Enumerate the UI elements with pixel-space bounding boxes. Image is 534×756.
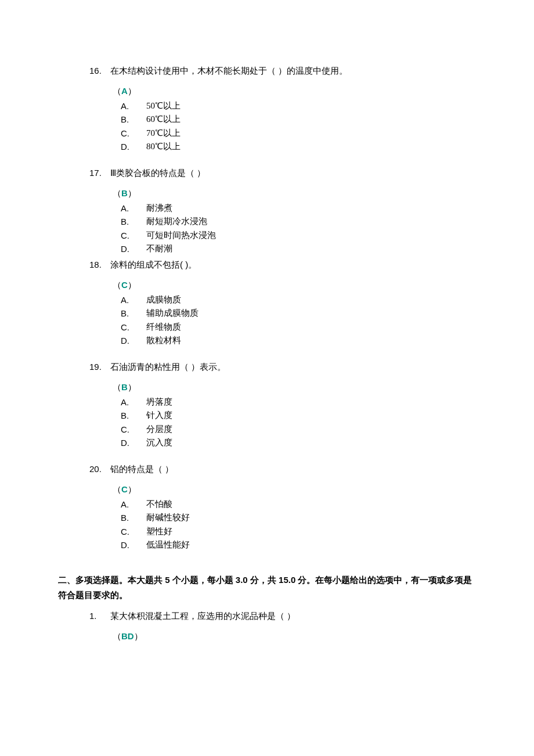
options-list: A.50℃以上 B.60℃以上 C.70℃以上 D.80℃以上 bbox=[58, 99, 476, 153]
question-number: 19. bbox=[58, 360, 110, 374]
section-total: 15.0 bbox=[279, 575, 295, 585]
question-number: 18. bbox=[58, 258, 110, 272]
option-c: C.塑性好 bbox=[121, 525, 476, 538]
option-a: A.成膜物质 bbox=[121, 293, 476, 307]
section-count: 5 bbox=[165, 575, 169, 585]
option-d: D.80℃以上 bbox=[121, 140, 476, 153]
question-line: 18. 涂料的组成不包括( )。 bbox=[58, 258, 476, 272]
paren-close: ） bbox=[128, 280, 136, 290]
question-line: 1. 某大体积混凝土工程，应选用的水泥品种是（ ） bbox=[58, 609, 476, 623]
question-line: 20. 铝的特点是（ ） bbox=[58, 462, 476, 476]
option-d: D.低温性能好 bbox=[121, 538, 476, 552]
question-text: 铝的特点是（ ） bbox=[110, 462, 476, 476]
question-18: 18. 涂料的组成不包括( )。 （C） A.成膜物质 B.辅助成膜物质 C.纤… bbox=[58, 258, 476, 347]
option-c: C.可短时间热水浸泡 bbox=[121, 229, 476, 242]
multi-question-1: 1. 某大体积混凝土工程，应选用的水泥品种是（ ） （BD） bbox=[58, 609, 476, 642]
answer-value: BD bbox=[121, 631, 134, 641]
options-list: A.成膜物质 B.辅助成膜物质 C.纤维物质 D.散粒材料 bbox=[58, 293, 476, 347]
paren-open: （ bbox=[113, 382, 121, 392]
answer-line: （C） bbox=[58, 280, 476, 291]
answer-value: B bbox=[121, 188, 128, 198]
options-list: A.坍落度 B.针入度 C.分层度 D.沉入度 bbox=[58, 395, 476, 449]
option-b: B.耐短期冷水浸泡 bbox=[121, 215, 476, 228]
question-text: 涂料的组成不包括( )。 bbox=[110, 258, 476, 272]
question-text: 某大体积混凝土工程，应选用的水泥品种是（ ） bbox=[110, 609, 476, 623]
paren-open: （ bbox=[113, 280, 121, 290]
section-points: 3.0 bbox=[236, 575, 248, 585]
section-header: 二、多项选择题。本大题共 5 个小题，每小题 3.0 分，共 15.0 分。在每… bbox=[58, 573, 476, 602]
option-b: B.针入度 bbox=[121, 409, 476, 422]
section-prefix: 二、多项选择题。本大题共 bbox=[58, 575, 165, 585]
option-b: B.辅助成膜物质 bbox=[121, 307, 476, 320]
question-line: 19. 石油沥青的粘性用（ ）表示。 bbox=[58, 360, 476, 374]
option-d: D.不耐潮 bbox=[121, 242, 476, 255]
question-20: 20. 铝的特点是（ ） （C） A.不怕酸 B.耐碱性较好 C.塑性好 D.低… bbox=[58, 462, 476, 552]
option-d: D.散粒材料 bbox=[121, 334, 476, 347]
section-mid1: 个小题，每小题 bbox=[170, 575, 236, 585]
options-list: A.耐沸煮 B.耐短期冷水浸泡 C.可短时间热水浸泡 D.不耐潮 bbox=[58, 201, 476, 255]
paren-open: （ bbox=[113, 484, 121, 494]
options-list: A.不怕酸 B.耐碱性较好 C.塑性好 D.低温性能好 bbox=[58, 498, 476, 552]
question-number: 1. bbox=[58, 609, 110, 623]
answer-line: （BD） bbox=[58, 631, 476, 642]
answer-line: （A） bbox=[58, 86, 476, 97]
paren-close: ） bbox=[128, 188, 136, 198]
paren-open: （ bbox=[113, 188, 121, 198]
answer-value: A bbox=[121, 86, 128, 96]
answer-line: （B） bbox=[58, 382, 476, 393]
exam-page: 16. 在木结构设计使用中，木材不能长期处于（ ）的温度中使用。 （A） A.5… bbox=[0, 0, 534, 690]
question-text: 在木结构设计使用中，木材不能长期处于（ ）的温度中使用。 bbox=[110, 64, 476, 78]
question-number: 16. bbox=[58, 64, 110, 78]
question-line: 16. 在木结构设计使用中，木材不能长期处于（ ）的温度中使用。 bbox=[58, 64, 476, 78]
answer-value: C bbox=[121, 280, 128, 290]
answer-line: （C） bbox=[58, 484, 476, 495]
option-a: A.不怕酸 bbox=[121, 498, 476, 511]
question-number: 20. bbox=[58, 462, 110, 476]
option-a: A.耐沸煮 bbox=[121, 201, 476, 215]
paren-close: ） bbox=[134, 631, 143, 641]
question-line: 17. Ⅲ类胶合板的特点是（ ） bbox=[58, 166, 476, 180]
paren-open: （ bbox=[113, 86, 121, 96]
option-b: B.耐碱性较好 bbox=[121, 511, 476, 524]
question-16: 16. 在木结构设计使用中，木材不能长期处于（ ）的温度中使用。 （A） A.5… bbox=[58, 64, 476, 153]
option-d: D.沉入度 bbox=[121, 436, 476, 449]
option-a: A.50℃以上 bbox=[121, 99, 476, 113]
question-text: Ⅲ类胶合板的特点是（ ） bbox=[110, 166, 476, 180]
answer-value: B bbox=[121, 382, 128, 392]
option-c: C.70℃以上 bbox=[121, 127, 476, 140]
section-mid2: 分，共 bbox=[248, 575, 279, 585]
answer-line: （B） bbox=[58, 188, 476, 199]
paren-close: ） bbox=[128, 382, 136, 392]
option-c: C.分层度 bbox=[121, 423, 476, 436]
question-19: 19. 石油沥青的粘性用（ ）表示。 （B） A.坍落度 B.针入度 C.分层度… bbox=[58, 360, 476, 449]
paren-close: ） bbox=[128, 484, 136, 494]
paren-close: ） bbox=[128, 86, 136, 96]
option-b: B.60℃以上 bbox=[121, 113, 476, 126]
answer-value: C bbox=[121, 484, 128, 494]
paren-open: （ bbox=[113, 631, 121, 641]
option-c: C.纤维物质 bbox=[121, 321, 476, 334]
question-17: 17. Ⅲ类胶合板的特点是（ ） （B） A.耐沸煮 B.耐短期冷水浸泡 C.可… bbox=[58, 166, 476, 255]
question-text: 石油沥青的粘性用（ ）表示。 bbox=[110, 360, 476, 374]
question-number: 17. bbox=[58, 166, 110, 180]
option-a: A.坍落度 bbox=[121, 395, 476, 409]
